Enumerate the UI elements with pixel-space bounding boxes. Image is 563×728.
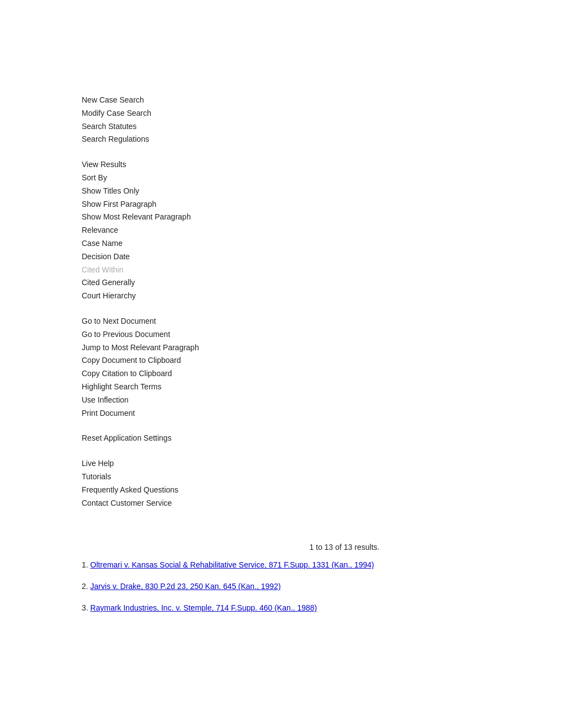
document-section: Go to Next Document Go to Previous Docum…: [82, 315, 563, 420]
use-inflection[interactable]: Use Inflection: [82, 394, 563, 407]
case-name[interactable]: Case Name: [82, 237, 563, 250]
results-section: 1 to 13 of 13 results. 1. Oltremari v. K…: [82, 543, 563, 614]
help-section: Live Help Tutorials Frequently Asked Que…: [82, 457, 563, 510]
search-regulations[interactable]: Search Regulations: [82, 133, 563, 146]
copy-citation-to-clipboard[interactable]: Copy Citation to Clipboard: [82, 367, 563, 381]
page-container: New Case Search Modify Case Search Searc…: [0, 0, 563, 728]
sort-by[interactable]: Sort By: [82, 172, 563, 185]
court-hierarchy[interactable]: Court Hierarchy: [82, 290, 563, 303]
modify-case-search[interactable]: Modify Case Search: [82, 107, 563, 120]
contact-customer-service[interactable]: Contact Customer Service: [82, 497, 563, 510]
jump-to-most-relevant-paragraph[interactable]: Jump to Most Relevant Paragraph: [82, 341, 563, 355]
cited-generally[interactable]: Cited Generally: [82, 276, 563, 290]
result-item-2: 2. Jarvis v. Drake, 830 P.2d 23, 250 Kan…: [82, 581, 563, 592]
results-count: 1 to 13 of 13 results.: [82, 543, 563, 552]
go-to-previous-document[interactable]: Go to Previous Document: [82, 328, 563, 341]
result-number-1: 1.: [82, 560, 91, 569]
relevance[interactable]: Relevance: [82, 224, 563, 237]
print-document[interactable]: Print Document: [82, 407, 563, 420]
result-item-3: 3. Raymark Industries, Inc. v. Stemple, …: [82, 602, 563, 614]
result-link-3[interactable]: Raymark Industries, Inc. v. Stemple, 714…: [91, 603, 317, 612]
tutorials[interactable]: Tutorials: [82, 470, 563, 484]
show-most-relevant-paragraph[interactable]: Show Most Relevant Paragraph: [82, 211, 563, 224]
live-help[interactable]: Live Help: [82, 457, 563, 470]
view-results[interactable]: View Results: [82, 158, 563, 172]
result-link-2[interactable]: Jarvis v. Drake, 830 P.2d 23, 250 Kan. 6…: [91, 582, 281, 591]
view-section: View Results Sort By Show Titles Only Sh…: [82, 158, 563, 303]
search-statutes[interactable]: Search Statutes: [82, 120, 563, 133]
settings-section: Reset Application Settings: [82, 432, 563, 445]
frequently-asked-questions[interactable]: Frequently Asked Questions: [82, 484, 563, 497]
result-number-3: 3.: [82, 603, 91, 612]
show-titles-only[interactable]: Show Titles Only: [82, 185, 563, 198]
decision-date[interactable]: Decision Date: [82, 250, 563, 264]
reset-application-settings[interactable]: Reset Application Settings: [82, 432, 563, 445]
result-number-2: 2.: [82, 582, 91, 591]
result-link-1[interactable]: Oltremari v. Kansas Social & Rehabilitat…: [91, 560, 374, 569]
show-first-paragraph[interactable]: Show First Paragraph: [82, 198, 563, 211]
new-case-search[interactable]: New Case Search: [82, 94, 563, 107]
highlight-search-terms[interactable]: Highlight Search Terms: [82, 381, 563, 394]
result-item-1: 1. Oltremari v. Kansas Social & Rehabili…: [82, 559, 563, 571]
cited-within: Cited Within: [82, 264, 563, 277]
go-to-next-document[interactable]: Go to Next Document: [82, 315, 563, 328]
copy-document-to-clipboard[interactable]: Copy Document to Clipboard: [82, 354, 563, 367]
search-section: New Case Search Modify Case Search Searc…: [82, 94, 563, 146]
